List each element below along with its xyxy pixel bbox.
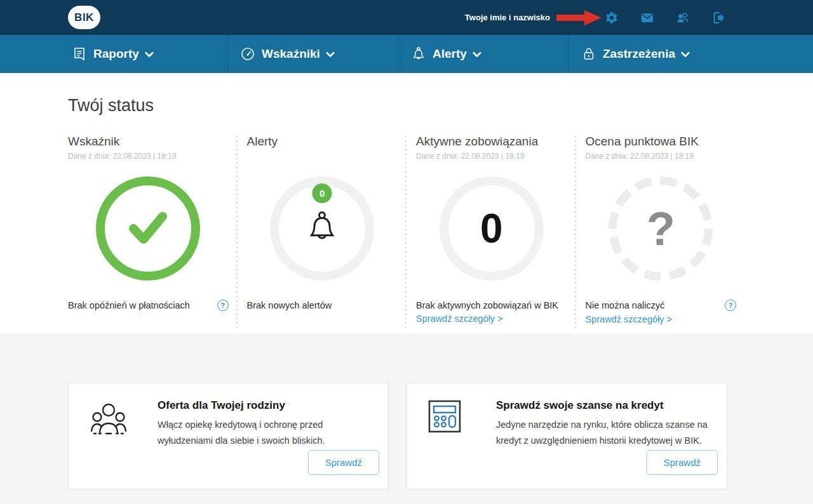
offer-card-family: Oferta dla Twojej rodziny Włącz opiekę k… [68, 383, 389, 489]
indicator-ring-wrap [68, 166, 229, 291]
nav-item-alerty[interactable]: Alerty [398, 35, 568, 73]
green-status-ring [96, 176, 200, 281]
report-icon [72, 46, 87, 62]
liabilities-count: 0 [480, 205, 503, 252]
top-header-bar: BIK Twoje imie i nazwisko [0, 0, 813, 35]
card-alerty: Alerty 0 Brak nowych alertów [238, 135, 407, 325]
alerts-count-badge: 0 [312, 183, 332, 203]
nav-label: Zastrzeżenia [603, 47, 675, 61]
help-icon[interactable]: ? [725, 300, 736, 311]
page-title: Twój status [68, 96, 745, 116]
status-text: Nie można naliczyć [586, 300, 665, 310]
gray-status-ring: 0 [270, 176, 374, 281]
card-zobowiazania: Aktywne zobowiązania Dane z dnia: 22.08.… [406, 135, 576, 325]
nav-item-raporty[interactable]: Raporty [0, 35, 227, 73]
main-nav: Raporty Wskaźniki Alerty Zastrzeżenia [0, 35, 813, 73]
chevron-down-icon [145, 51, 154, 57]
status-cards: Wskaźnik Dane z dnia: 22.08.2023 | 18:19… [68, 135, 745, 325]
offer-title: Sprawdź swoje szanse na kredyt [496, 399, 714, 412]
sprawdz-button[interactable]: Sprawdź [308, 450, 379, 475]
bell-icon [411, 46, 426, 62]
bell-icon [305, 210, 339, 247]
gauge-icon [240, 46, 255, 62]
liabilities-ring-wrap: 0 [416, 166, 567, 291]
status-text: Brak nowych alertów [247, 300, 332, 311]
gray-status-ring: 0 [440, 176, 544, 281]
offers-section: Oferta dla Twojej rodziny Włącz opiekę k… [0, 333, 813, 504]
nav-label: Raporty [93, 47, 139, 61]
card-title: Ocena punktowa BIK [586, 135, 737, 149]
status-text: Brak aktywnych zobowiązań w BIK [416, 300, 558, 310]
card-ocena: Ocena punktowa BIK Dane z dnia: 22.08.20… [576, 135, 746, 325]
card-title: Aktywne zobowiązania [416, 135, 567, 149]
card-title: Wskaźnik [68, 135, 229, 149]
calculator-icon [427, 399, 496, 489]
status-text: Brak opóźnień w płatnościach [68, 300, 190, 311]
mail-icon[interactable] [640, 10, 654, 25]
nav-item-zastrzezenia[interactable]: Zastrzeżenia [568, 35, 813, 73]
score-unknown-mark: ? [647, 202, 675, 256]
chevron-down-icon [326, 51, 335, 57]
nav-label: Alerty [433, 47, 467, 61]
details-link[interactable]: Sprawdź szczegóły > [586, 314, 673, 325]
offer-description: Włącz opiekę kredytową i ochronę przed w… [158, 417, 375, 449]
offer-description: Jedyne narzędzie na rynku, które oblicza… [496, 417, 714, 449]
card-date-spacer [247, 152, 398, 161]
bik-logo[interactable]: BIK [68, 6, 100, 29]
card-title: Alerty [247, 135, 398, 149]
nav-item-wskazniki[interactable]: Wskaźniki [227, 35, 398, 73]
offer-title: Oferta dla Twojej rodziny [158, 399, 375, 412]
family-icon [89, 399, 158, 489]
card-date: Dane z dnia: 22.08.2023 | 18:19 [416, 152, 567, 161]
alerts-ring-wrap: 0 [247, 166, 398, 291]
nav-label: Wskaźniki [262, 47, 320, 61]
header-actions: Twoje imie i nazwisko [465, 0, 725, 35]
card-date: Dane z dnia: 22.08.2023 | 18:19 [586, 152, 737, 161]
sprawdz-button[interactable]: Sprawdź [647, 450, 718, 475]
card-date: Dane z dnia: 22.08.2023 | 18:19 [68, 152, 229, 161]
score-ring-wrap: ? [586, 166, 737, 291]
status-section: Twój status Wskaźnik Dane z dnia: 22.08.… [0, 73, 813, 333]
gear-icon[interactable] [604, 10, 619, 25]
details-link[interactable]: Sprawdź szczegóły > [416, 314, 503, 324]
offer-card-kredyt: Sprawdź swoje szanse na kredyt Jedyne na… [406, 383, 727, 489]
check-icon [124, 209, 171, 248]
chevron-down-icon [681, 51, 690, 57]
logout-icon[interactable] [711, 10, 725, 25]
dashed-status-ring: ? [608, 176, 713, 281]
lock-icon [581, 46, 596, 62]
red-annotation-arrow-icon [556, 10, 602, 26]
help-icon[interactable]: ? [217, 300, 229, 311]
chevron-down-icon [473, 51, 481, 57]
users-icon[interactable] [675, 10, 690, 25]
card-wskaznik: Wskaźnik Dane z dnia: 22.08.2023 | 18:19… [68, 135, 238, 325]
user-name-label[interactable]: Twoje imie i nazwisko [465, 13, 550, 22]
